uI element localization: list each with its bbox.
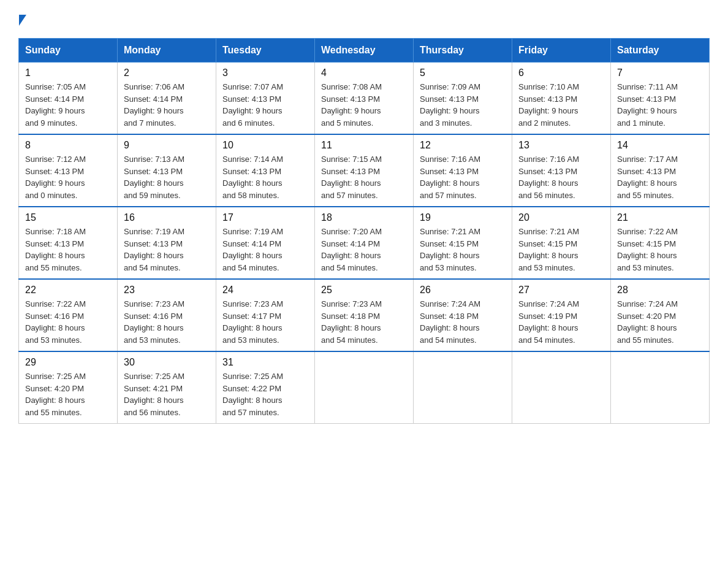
day-info-line: Sunset: 4:13 PM bbox=[420, 166, 506, 178]
calendar-cell: 17Sunrise: 7:19 AMSunset: 4:14 PMDayligh… bbox=[216, 207, 315, 279]
day-info-line: and 59 minutes. bbox=[124, 190, 210, 202]
day-info-line: and 2 minutes. bbox=[518, 117, 604, 129]
day-info: Sunrise: 7:23 AMSunset: 4:17 PMDaylight:… bbox=[222, 298, 308, 346]
day-info: Sunrise: 7:07 AMSunset: 4:13 PMDaylight:… bbox=[222, 81, 308, 129]
day-info-line: Daylight: 8 hours bbox=[617, 322, 703, 334]
calendar-cell: 16Sunrise: 7:19 AMSunset: 4:13 PMDayligh… bbox=[118, 207, 216, 279]
day-info-line: Sunset: 4:13 PM bbox=[420, 93, 506, 105]
day-info-line: Sunset: 4:13 PM bbox=[518, 93, 604, 105]
day-info-line: Daylight: 8 hours bbox=[420, 250, 506, 262]
calendar-cell: 12Sunrise: 7:16 AMSunset: 4:13 PMDayligh… bbox=[414, 134, 512, 207]
day-info: Sunrise: 7:23 AMSunset: 4:16 PMDaylight:… bbox=[124, 298, 210, 346]
day-info-line: Daylight: 8 hours bbox=[617, 250, 703, 262]
day-number: 11 bbox=[321, 140, 407, 151]
calendar-cell: 8Sunrise: 7:12 AMSunset: 4:13 PMDaylight… bbox=[19, 134, 118, 207]
day-info: Sunrise: 7:06 AMSunset: 4:14 PMDaylight:… bbox=[124, 81, 210, 129]
day-info-line: Daylight: 8 hours bbox=[617, 177, 703, 190]
day-info-line: and 9 minutes. bbox=[25, 117, 111, 129]
day-number: 10 bbox=[222, 140, 308, 151]
day-info-line: and 0 minutes. bbox=[25, 190, 111, 202]
calendar-cell: 7Sunrise: 7:11 AMSunset: 4:13 PMDaylight… bbox=[611, 63, 710, 135]
day-info-line: Sunrise: 7:17 AM bbox=[617, 153, 703, 166]
day-info-line: Sunset: 4:13 PM bbox=[518, 166, 604, 178]
col-header-monday: Monday bbox=[118, 39, 216, 63]
day-info: Sunrise: 7:24 AMSunset: 4:20 PMDaylight:… bbox=[617, 298, 703, 346]
day-number: 7 bbox=[617, 67, 703, 79]
day-info: Sunrise: 7:08 AMSunset: 4:13 PMDaylight:… bbox=[321, 81, 407, 129]
day-info-line: and 53 minutes. bbox=[420, 262, 506, 274]
calendar-week-row: 8Sunrise: 7:12 AMSunset: 4:13 PMDaylight… bbox=[19, 134, 710, 207]
day-info-line: and 6 minutes. bbox=[222, 117, 308, 129]
calendar-cell: 13Sunrise: 7:16 AMSunset: 4:13 PMDayligh… bbox=[512, 134, 611, 207]
day-number: 18 bbox=[321, 212, 407, 223]
day-info-line: and 7 minutes. bbox=[124, 117, 210, 129]
day-number: 1 bbox=[25, 67, 111, 79]
day-number: 27 bbox=[518, 285, 604, 296]
day-info-line: and 3 minutes. bbox=[420, 117, 506, 129]
day-info-line: Sunrise: 7:16 AM bbox=[420, 153, 506, 166]
day-info-line: Daylight: 8 hours bbox=[321, 177, 407, 190]
calendar-cell: 20Sunrise: 7:21 AMSunset: 4:15 PMDayligh… bbox=[512, 207, 611, 279]
day-info-line: and 54 minutes. bbox=[124, 262, 210, 274]
day-info: Sunrise: 7:15 AMSunset: 4:13 PMDaylight:… bbox=[321, 153, 407, 201]
day-info: Sunrise: 7:21 AMSunset: 4:15 PMDaylight:… bbox=[420, 226, 506, 274]
calendar-week-row: 1Sunrise: 7:05 AMSunset: 4:14 PMDaylight… bbox=[19, 63, 710, 135]
day-info-line: Sunset: 4:20 PM bbox=[25, 383, 111, 395]
calendar-cell: 18Sunrise: 7:20 AMSunset: 4:14 PMDayligh… bbox=[315, 207, 414, 279]
day-info-line: Daylight: 8 hours bbox=[124, 177, 210, 190]
day-info: Sunrise: 7:14 AMSunset: 4:13 PMDaylight:… bbox=[222, 153, 308, 201]
day-info-line: Daylight: 8 hours bbox=[321, 250, 407, 262]
day-info: Sunrise: 7:21 AMSunset: 4:15 PMDaylight:… bbox=[518, 226, 604, 274]
day-info-line: Sunset: 4:16 PM bbox=[25, 310, 111, 323]
day-info: Sunrise: 7:18 AMSunset: 4:13 PMDaylight:… bbox=[25, 226, 111, 274]
day-info-line: Sunrise: 7:23 AM bbox=[321, 298, 407, 310]
day-info: Sunrise: 7:24 AMSunset: 4:19 PMDaylight:… bbox=[518, 298, 604, 346]
page-header bbox=[18, 12, 710, 26]
day-info-line: Daylight: 8 hours bbox=[222, 394, 308, 407]
day-info-line: Sunset: 4:18 PM bbox=[321, 310, 407, 323]
day-info: Sunrise: 7:17 AMSunset: 4:13 PMDaylight:… bbox=[617, 153, 703, 201]
day-info-line: and 54 minutes. bbox=[321, 262, 407, 274]
day-info-line: Daylight: 8 hours bbox=[222, 250, 308, 262]
day-number: 23 bbox=[124, 285, 210, 296]
day-info-line: Daylight: 9 hours bbox=[124, 105, 210, 117]
day-info: Sunrise: 7:22 AMSunset: 4:16 PMDaylight:… bbox=[25, 298, 111, 346]
day-info-line: Daylight: 8 hours bbox=[321, 322, 407, 334]
calendar-cell: 25Sunrise: 7:23 AMSunset: 4:18 PMDayligh… bbox=[315, 279, 414, 351]
day-info-line: and 53 minutes. bbox=[124, 334, 210, 347]
day-info-line: Sunrise: 7:25 AM bbox=[124, 370, 210, 383]
day-info-line: Daylight: 9 hours bbox=[25, 177, 111, 190]
day-info-line: Sunset: 4:13 PM bbox=[222, 93, 308, 105]
day-info-line: and 55 minutes. bbox=[25, 407, 111, 419]
day-info-line: Daylight: 9 hours bbox=[518, 105, 604, 117]
day-info-line: and 53 minutes. bbox=[222, 334, 308, 347]
day-info-line: Daylight: 8 hours bbox=[222, 177, 308, 190]
day-info-line: Sunrise: 7:25 AM bbox=[222, 370, 308, 383]
day-info: Sunrise: 7:25 AMSunset: 4:21 PMDaylight:… bbox=[124, 370, 210, 418]
day-info-line: Sunset: 4:14 PM bbox=[124, 93, 210, 105]
day-info-line: Daylight: 9 hours bbox=[617, 105, 703, 117]
day-info-line: Sunset: 4:22 PM bbox=[222, 383, 308, 395]
day-info-line: and 55 minutes. bbox=[25, 262, 111, 274]
day-info-line: Daylight: 9 hours bbox=[222, 105, 308, 117]
col-header-sunday: Sunday bbox=[19, 39, 118, 63]
day-info-line: Sunset: 4:16 PM bbox=[124, 310, 210, 323]
day-info-line: Daylight: 8 hours bbox=[518, 322, 604, 334]
calendar-cell: 14Sunrise: 7:17 AMSunset: 4:13 PMDayligh… bbox=[611, 134, 710, 207]
day-info-line: Sunrise: 7:06 AM bbox=[124, 81, 210, 93]
day-info-line: Sunset: 4:13 PM bbox=[222, 166, 308, 178]
calendar-cell: 3Sunrise: 7:07 AMSunset: 4:13 PMDaylight… bbox=[216, 63, 315, 135]
calendar-cell: 6Sunrise: 7:10 AMSunset: 4:13 PMDaylight… bbox=[512, 63, 611, 135]
day-info: Sunrise: 7:19 AMSunset: 4:14 PMDaylight:… bbox=[222, 226, 308, 274]
calendar-cell: 15Sunrise: 7:18 AMSunset: 4:13 PMDayligh… bbox=[19, 207, 118, 279]
day-info-line: Sunset: 4:19 PM bbox=[518, 310, 604, 323]
calendar-cell: 27Sunrise: 7:24 AMSunset: 4:19 PMDayligh… bbox=[512, 279, 611, 351]
day-info-line: and 54 minutes. bbox=[222, 262, 308, 274]
day-info-line: Sunset: 4:21 PM bbox=[124, 383, 210, 395]
day-info: Sunrise: 7:20 AMSunset: 4:14 PMDaylight:… bbox=[321, 226, 407, 274]
day-info-line: Sunrise: 7:18 AM bbox=[25, 226, 111, 238]
day-info-line: and 57 minutes. bbox=[420, 190, 506, 202]
day-info-line: Sunrise: 7:24 AM bbox=[617, 298, 703, 310]
day-info-line: Sunset: 4:20 PM bbox=[617, 310, 703, 323]
day-info-line: Daylight: 9 hours bbox=[25, 105, 111, 117]
